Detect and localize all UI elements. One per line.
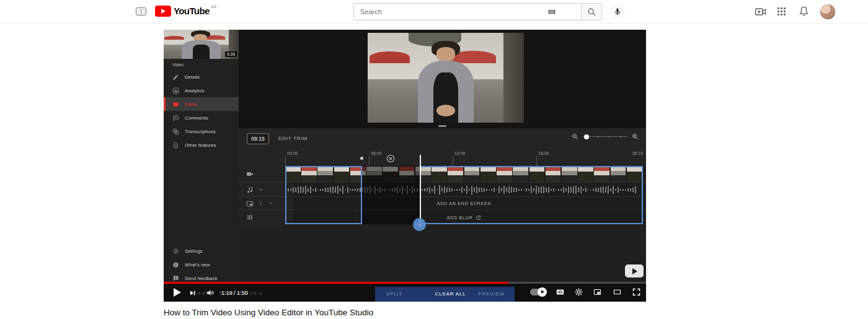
keyboard-icon[interactable]	[547, 8, 557, 15]
timecode-display[interactable]: 09:15	[247, 133, 269, 144]
sidebar-section-label: Video	[172, 63, 184, 67]
youtube-play-icon	[155, 6, 171, 17]
youtube-logo-text: YouTube	[174, 5, 210, 17]
split-button[interactable]: SPLIT	[386, 291, 402, 297]
volume-icon[interactable]	[206, 289, 215, 297]
kebab-menu-icon[interactable]	[258, 201, 264, 206]
settings-gear-icon[interactable]	[574, 287, 583, 297]
sidebar-item-other-features[interactable]: Other features	[164, 138, 239, 152]
comment-icon	[172, 115, 179, 121]
editor-preview-pane	[239, 30, 646, 128]
end-screen-track-row: ADD AN END SCREEN	[239, 196, 646, 210]
camera-icon	[246, 170, 254, 178]
ruler-label: 06:00	[371, 151, 382, 155]
remove-cut-icon[interactable]	[386, 154, 395, 163]
chevron-down-icon[interactable]	[258, 187, 264, 193]
page-video-title: How to Trim Video Using Video Editor in …	[164, 308, 373, 317]
editor-toolbar: 09:15 EDIT TRIM	[239, 128, 646, 149]
preview-button[interactable]: PREVIEW	[479, 291, 505, 297]
ruler-label: 18:00	[538, 151, 549, 155]
sidebar-item-editor[interactable]: Editor	[164, 97, 239, 111]
translate-icon	[172, 128, 179, 135]
audio-waveform[interactable]	[285, 183, 643, 197]
miniplayer-icon[interactable]	[592, 288, 603, 296]
editor-icon	[172, 101, 179, 108]
ruler-label: 00:00	[287, 151, 298, 155]
next-icon[interactable]	[188, 289, 197, 297]
film-strip[interactable]	[285, 166, 643, 182]
sidebar-item-whats-new[interactable]: What's new	[164, 258, 239, 271]
autoplay-toggle[interactable]	[530, 289, 546, 295]
timeline-zoom-controls	[572, 133, 639, 140]
voice-search-button[interactable]	[609, 4, 626, 20]
notifications-bell-icon[interactable]	[798, 6, 810, 18]
subtitles-icon[interactable]	[555, 288, 565, 296]
studio-sidebar: 0:26 Video Details Analytics Editor Comm…	[164, 30, 239, 302]
search-bar	[353, 2, 626, 21]
ruler-tick	[369, 156, 370, 166]
blur-track-row: ADD BLUR	[239, 209, 646, 225]
sidebar-item-settings[interactable]: Settings	[164, 244, 239, 258]
audio-track-header	[239, 183, 293, 197]
zoom-in-icon[interactable]	[632, 133, 639, 140]
playhead-line[interactable]	[420, 155, 421, 225]
add-blur-button[interactable]: ADD BLUR	[285, 210, 643, 225]
chevron-down-icon[interactable]	[268, 201, 273, 206]
timeline-ruler[interactable]: 00:00 06:00 12:00 18:00 25:19	[239, 149, 646, 166]
menu-icon[interactable]	[136, 7, 146, 15]
apps-grid-icon[interactable]	[776, 6, 789, 18]
player-right-controls	[530, 287, 641, 297]
sidebar-item-comments[interactable]: Comments	[164, 111, 239, 125]
blur-icon	[246, 214, 254, 221]
trim-drag-handle[interactable]: ↔	[413, 218, 426, 231]
play-icon[interactable]	[174, 288, 181, 297]
music-note-icon	[246, 186, 254, 194]
thumbnail-duration-badge: 0:26	[225, 51, 237, 57]
audio-track-row	[239, 182, 646, 197]
pencil-icon	[172, 74, 179, 81]
edit-trim-button[interactable]: EDIT TRIM	[275, 135, 311, 142]
add-end-screen-button[interactable]: ADD AN END SCREEN	[285, 197, 643, 210]
sidebar-item-analytics[interactable]: Analytics	[164, 84, 239, 97]
zoom-slider-knob[interactable]	[584, 134, 589, 139]
end-screen-track-header	[239, 197, 293, 210]
ruler-label: 12:00	[454, 151, 466, 155]
zoom-out-icon[interactable]	[572, 133, 578, 140]
header-actions	[755, 0, 836, 23]
youtube-watermark-icon[interactable]	[625, 264, 644, 277]
ruler-tick	[285, 156, 286, 166]
ruler-tick	[453, 156, 453, 166]
preview-resize-handle[interactable]	[438, 125, 446, 127]
external-link-icon	[476, 215, 481, 221]
editor-action-bar: SPLIT CLEAR ALL PREVIEW	[375, 287, 515, 302]
video-track-header	[239, 166, 293, 182]
ruler-tick	[536, 156, 537, 166]
create-video-icon[interactable]	[755, 6, 767, 18]
sidebar-item-details[interactable]: Details	[164, 70, 239, 84]
video-player[interactable]: 0:26 Video Details Analytics Editor Comm…	[164, 30, 646, 302]
timeline-zoom-slider[interactable]	[583, 134, 627, 140]
search-button[interactable]	[581, 3, 602, 20]
time-display: 1:19 / 1:50	[221, 290, 248, 296]
player-controls: Creator Studio Music 1:19 / 1:50 SPLIT C…	[164, 284, 646, 302]
trim-handle-knob[interactable]	[360, 157, 363, 160]
studio-editor-area: 09:15 EDIT TRIM 00:00 06:00 12:00 18:00 …	[239, 30, 646, 302]
fullscreen-icon[interactable]	[632, 287, 641, 297]
bar-chart-icon	[172, 87, 179, 94]
country-code-badge: UA	[211, 4, 216, 9]
video-track-row	[239, 166, 646, 182]
feedback-icon	[172, 275, 179, 282]
clear-all-button[interactable]: CLEAR ALL	[435, 291, 466, 297]
theater-mode-icon[interactable]	[611, 288, 623, 296]
end-screen-icon	[246, 200, 254, 208]
youtube-logo[interactable]: YouTube UA	[155, 5, 216, 17]
preview-video-frame	[368, 33, 524, 123]
ruler-label-end: 25:19	[632, 151, 643, 155]
blur-track-header	[239, 210, 293, 225]
document-icon	[172, 142, 179, 149]
sidebar-item-transcriptions[interactable]: Transcriptions	[164, 125, 239, 138]
studio-sidebar-menu: Details Analytics Editor Comments Transc…	[164, 70, 239, 152]
studio-video-thumbnail: 0:26	[164, 30, 239, 59]
gear-icon	[172, 248, 179, 255]
user-avatar[interactable]	[820, 4, 836, 20]
